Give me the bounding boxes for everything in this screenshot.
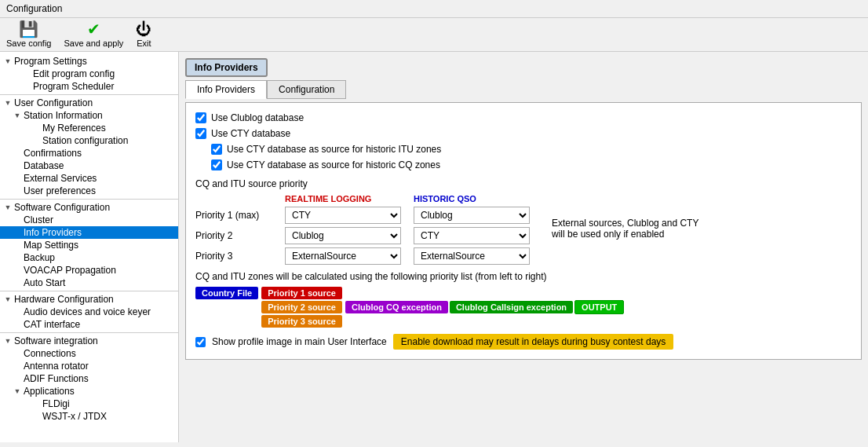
tree-leaf-icon [22, 82, 31, 91]
priority1-label: Priority 1 (max) [195, 210, 282, 221]
tree-expand-icon: ▼ [3, 295, 13, 304]
tree-leaf-icon [13, 266, 22, 275]
sidebar-divider [0, 291, 178, 291]
sidebar-item-label: Applications [24, 386, 75, 397]
sidebar-item-station-configuration[interactable]: Station configuration [0, 134, 178, 147]
sidebar-item-database[interactable]: Database [0, 159, 178, 172]
output-badge: OUTPUT [574, 300, 624, 314]
tree-leaf-icon [13, 161, 22, 170]
priority1-realtime-select[interactable]: CTYClublogExternalSource [285, 207, 401, 224]
sidebar-item-map-settings[interactable]: Map Settings [0, 239, 178, 251]
sidebar-item-label: ADIF Functions [24, 373, 89, 384]
tree-leaf-icon [13, 361, 22, 371]
sidebar-item-software-integration[interactable]: ▼Software integration [0, 335, 178, 347]
sidebar-divider [0, 94, 178, 95]
sidebar-item-voacap-propagation[interactable]: VOACAP Propagation [0, 264, 178, 277]
sidebar-item-cluster[interactable]: Cluster [0, 214, 178, 226]
tree-leaf-icon [13, 148, 22, 158]
tree-leaf-icon [13, 228, 22, 237]
sidebar-item-auto-start[interactable]: Auto Start [0, 277, 178, 289]
main-container: ▼Program SettingsEdit program configProg… [0, 52, 868, 442]
sidebar-item-label: Audio devices and voice keyer [24, 306, 151, 317]
tab-info-providers[interactable]: Info Providers [185, 80, 267, 99]
sidebar-item-audio-devices[interactable]: Audio devices and voice keyer [0, 306, 178, 318]
priority3-label: Priority 3 [195, 251, 282, 262]
sidebar-item-label: User Configuration [14, 97, 93, 108]
priority2-source-badge: Priority 2 source [261, 301, 342, 313]
priority2-label: Priority 2 [195, 230, 282, 241]
priority2-realtime-select[interactable]: CTYClublogExternalSource [285, 227, 401, 244]
sidebar-item-station-information[interactable]: ▼Station Information [0, 109, 178, 122]
title-text: Configuration [6, 3, 62, 14]
sidebar-item-label: Station configuration [42, 135, 128, 146]
sidebar-item-my-references[interactable]: My References [0, 122, 178, 134]
country-file-badge: Country File [195, 287, 258, 299]
content-area: Info Providers Info Providers Configurat… [179, 52, 868, 442]
exit-label: Exit [137, 38, 151, 48]
exit-button[interactable]: ⏻ Exit [136, 21, 151, 48]
tree-leaf-icon [22, 69, 31, 79]
priority1-historic-select[interactable]: ClublogCTYExternalSource [414, 207, 530, 224]
checkbox-cty-itu-label: Use CTY database as source for historic … [227, 144, 441, 155]
exit-icon: ⏻ [136, 21, 151, 37]
save-apply-label: Save and apply [64, 38, 123, 48]
tree-leaf-icon [13, 307, 22, 317]
sidebar-item-user-configuration[interactable]: ▼User Configuration [0, 97, 178, 109]
sidebar-item-external-services[interactable]: External Services [0, 172, 178, 185]
sidebar-item-software-configuration[interactable]: ▼Software Configuration [0, 201, 178, 214]
sidebar-item-program-scheduler[interactable]: Program Scheduler [0, 80, 178, 93]
sidebar-item-label: Info Providers [24, 227, 82, 238]
tree-expand-icon: ▼ [13, 111, 22, 120]
tree-leaf-icon [13, 349, 22, 358]
sidebar-item-antenna-rotator[interactable]: Antenna rotator [0, 360, 178, 372]
show-profile-checkbox[interactable] [195, 337, 206, 347]
sidebar-item-adif-functions[interactable]: ADIF Functions [0, 372, 178, 385]
sidebar-item-edit-program-config[interactable]: Edit program config [0, 68, 178, 80]
checkbox-clublog: Use Clublog database [195, 112, 852, 123]
sidebar-item-label: External Services [24, 173, 97, 184]
tree-leaf-icon [31, 412, 41, 421]
sidebar-item-cat-interface[interactable]: CAT interface [0, 318, 178, 331]
sidebar-item-program-settings[interactable]: ▼Program Settings [0, 55, 178, 68]
sidebar-item-hardware-configuration[interactable]: ▼Hardware Configuration [0, 293, 178, 306]
sidebar-item-label: CAT interface [24, 319, 80, 330]
sidebar-item-backup[interactable]: Backup [0, 251, 178, 264]
sidebar-item-label: WSJT-x / JTDX [42, 411, 107, 422]
tree-leaf-icon [13, 278, 22, 288]
tree-leaf-icon [13, 174, 22, 183]
sidebar-item-label: Cluster [24, 214, 53, 225]
sidebar-item-label: Map Settings [24, 240, 78, 251]
sidebar-item-connections[interactable]: Connections [0, 347, 178, 360]
tree-leaf-icon [13, 186, 22, 196]
priority3-historic-select[interactable]: ClublogCTYExternalSource [414, 247, 530, 265]
sidebar-item-applications[interactable]: ▼Applications [0, 385, 178, 398]
sidebar-item-label: Confirmations [24, 148, 82, 159]
sidebar-item-label: Connections [24, 348, 76, 359]
col-header-realtime: REALTIME LOGGING [285, 194, 410, 203]
save-and-apply-button[interactable]: ✔ Save and apply [64, 21, 123, 48]
checkbox-cty-input[interactable] [195, 128, 206, 139]
sidebar-item-label: Software integration [14, 335, 98, 346]
priority3-realtime-select[interactable]: CTYClublogExternalSource [285, 247, 401, 265]
zone-calc-text: CQ and ITU zones will be calculated usin… [195, 271, 852, 282]
sidebar-item-user-preferences[interactable]: User preferences [0, 185, 178, 197]
sidebar-item-label: VOACAP Propagation [24, 265, 116, 276]
sidebar-item-fldigi[interactable]: FLDigi [0, 398, 178, 410]
checkbox-cty-cq: Use CTY database as source for historic … [195, 159, 852, 170]
checkbox-clublog-input[interactable] [195, 112, 206, 123]
priority-note: External sources, Clublog and CTY will b… [552, 218, 709, 240]
save-config-label: Save config [6, 38, 51, 48]
tab-configuration[interactable]: Configuration [267, 80, 346, 99]
tree-expand-icon: ▼ [3, 57, 13, 66]
show-profile-label: Show profile image in main User Interfac… [212, 336, 387, 347]
priority2-historic-select[interactable]: ClublogCTYExternalSource [414, 227, 530, 244]
tab-bar: Info Providers Configuration [185, 80, 862, 99]
title-bar: Configuration [0, 0, 868, 18]
checkbox-cty-itu-input[interactable] [211, 144, 222, 155]
sidebar-item-info-providers[interactable]: Info Providers [0, 226, 178, 239]
save-config-button[interactable]: 💾 Save config [6, 21, 51, 48]
checkbox-cty-cq-input[interactable] [211, 159, 222, 170]
sidebar-item-confirmations[interactable]: Confirmations [0, 147, 178, 159]
breadcrumb-tab[interactable]: Info Providers [185, 58, 268, 77]
sidebar-item-wsjtx[interactable]: WSJT-x / JTDX [0, 410, 178, 423]
